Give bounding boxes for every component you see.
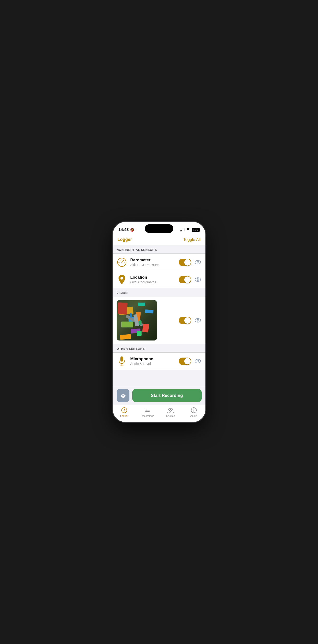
- tab-studies[interactable]: Studies: [159, 407, 182, 417]
- tab-logger[interactable]: Logger: [113, 407, 136, 417]
- microphone-controls: [179, 357, 202, 365]
- svg-point-17: [197, 320, 198, 321]
- vision-eye-button[interactable]: [194, 316, 202, 324]
- app-title: Logger: [117, 237, 132, 242]
- settings-button[interactable]: [117, 389, 129, 402]
- location-text: Location GPS Coordinates: [130, 275, 176, 284]
- start-recording-label: Start Recording: [151, 393, 183, 398]
- svg-point-32: [146, 411, 146, 412]
- microphone-sub: Audio & Level: [130, 362, 176, 366]
- barometer-icon-wrap: [117, 257, 127, 268]
- microphone-row: Microphone Audio & Level: [113, 352, 205, 370]
- microphone-toggle-knob: [184, 358, 191, 364]
- status-time: 14:43 🔕: [118, 228, 134, 232]
- compass-icon: [121, 407, 127, 413]
- svg-line-7: [119, 260, 120, 260]
- recording-area: Start Recording: [113, 386, 205, 405]
- tab-about-label: About: [190, 414, 197, 417]
- mute-icon: 🔕: [130, 228, 134, 232]
- battery-level: 100: [193, 228, 198, 232]
- location-controls: [179, 276, 202, 283]
- barometer-controls: [179, 258, 202, 266]
- tab-logger-label: Logger: [120, 414, 128, 417]
- vision-toggle[interactable]: [179, 317, 191, 324]
- vision-content: [117, 300, 202, 340]
- microphone-icon-wrap: [117, 356, 127, 366]
- section-non-inertial: NON-INERTIAL SENSORS: [113, 245, 205, 254]
- tab-about-icon-wrap: [191, 407, 197, 414]
- svg-point-10: [197, 262, 198, 263]
- section-other: OTHER SENSORS: [113, 344, 205, 352]
- location-toggle[interactable]: [179, 276, 191, 283]
- tab-studies-icon-wrap: [167, 407, 174, 414]
- microphone-eye-button[interactable]: [194, 357, 202, 365]
- recordings-icon: [144, 407, 150, 413]
- main-content: NON-INERTIAL SENSORS: [113, 245, 205, 386]
- vision-row: [113, 297, 205, 344]
- location-sub: GPS Coordinates: [130, 280, 176, 284]
- svg-line-6: [123, 260, 124, 260]
- tab-about[interactable]: About: [182, 407, 205, 417]
- barometer-toggle[interactable]: [179, 259, 191, 266]
- dynamic-island: [145, 224, 173, 233]
- barometer-sub: Altitude & Pressure: [130, 263, 176, 267]
- barometer-toggle-knob: [184, 259, 191, 266]
- svg-rect-18: [120, 356, 123, 362]
- microphone-toggle[interactable]: [179, 358, 191, 365]
- barometer-name: Barometer: [130, 258, 176, 262]
- location-toggle-knob: [184, 276, 191, 283]
- barometer-eye-button[interactable]: [194, 258, 202, 266]
- svg-point-11: [120, 277, 123, 280]
- signal-icon: [180, 228, 185, 232]
- wifi-icon: [186, 228, 190, 232]
- tab-logger-icon-wrap: [121, 407, 127, 414]
- svg-point-34: [171, 408, 173, 410]
- tab-studies-label: Studies: [166, 414, 175, 417]
- barometer-text: Barometer Altitude & Pressure: [130, 258, 176, 267]
- microphone-name: Microphone: [130, 356, 176, 361]
- studies-icon: [167, 407, 174, 413]
- about-icon: [191, 407, 197, 413]
- phone-screen: 14:43 🔕 100: [113, 222, 205, 422]
- tab-recordings-icon-wrap: [144, 407, 151, 414]
- vision-toggle-knob: [184, 317, 191, 324]
- svg-point-33: [169, 408, 171, 410]
- svg-point-23: [197, 361, 198, 362]
- battery-icon: 100: [192, 228, 200, 232]
- location-row: Location GPS Coordinates: [113, 271, 205, 288]
- barometer-row: Barometer Altitude & Pressure: [113, 254, 205, 271]
- location-icon-wrap: [117, 274, 127, 285]
- svg-line-2: [122, 260, 123, 262]
- status-icons: 100: [180, 228, 200, 232]
- barometer-icon: [117, 258, 127, 267]
- lego-preview: [117, 300, 157, 340]
- svg-point-14: [197, 279, 198, 280]
- toggle-all-button[interactable]: Toggle All: [183, 237, 201, 242]
- vision-image: [117, 300, 157, 340]
- nav-header: Logger Toggle All: [113, 235, 205, 245]
- tab-recordings-label: Recordings: [141, 414, 154, 417]
- tab-recordings[interactable]: Recordings: [136, 407, 159, 417]
- microphone-text: Microphone Audio & Level: [130, 356, 176, 366]
- bottom-spacer: [113, 370, 205, 374]
- vision-controls: [179, 316, 202, 324]
- location-icon: [117, 274, 126, 285]
- phone-frame: 14:43 🔕 100: [113, 222, 205, 422]
- status-bar: 14:43 🔕 100: [113, 222, 205, 235]
- svg-point-31: [146, 410, 146, 411]
- microphone-icon: [118, 356, 126, 366]
- location-name: Location: [130, 275, 176, 280]
- time-display: 14:43: [118, 228, 129, 232]
- svg-marker-26: [123, 410, 125, 412]
- svg-point-37: [193, 408, 194, 409]
- svg-marker-25: [123, 408, 125, 410]
- section-vision: VISION: [113, 288, 205, 297]
- svg-point-30: [146, 409, 146, 410]
- tab-bar: Logger Recordings: [113, 405, 205, 422]
- location-eye-button[interactable]: [194, 276, 202, 283]
- start-recording-button[interactable]: Start Recording: [132, 389, 202, 402]
